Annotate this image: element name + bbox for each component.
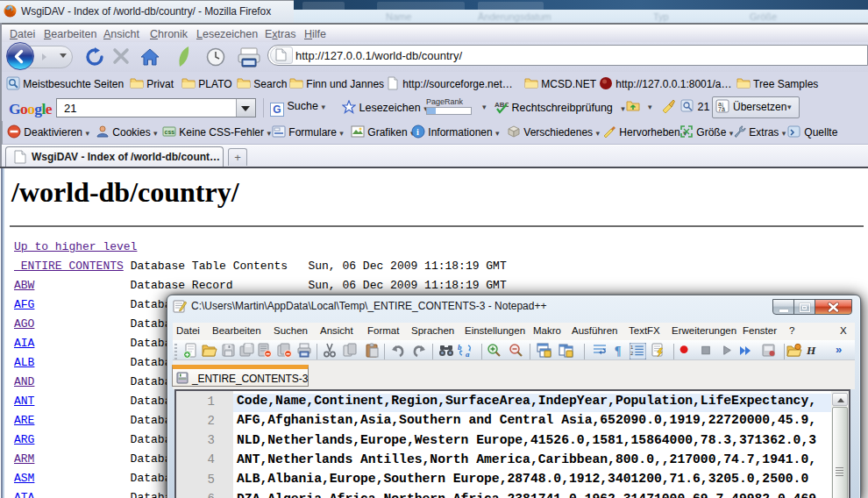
svg-text:i: i xyxy=(416,127,419,137)
svg-text:b: b xyxy=(458,343,462,352)
svg-text:H: H xyxy=(806,344,816,357)
svg-text:2: 2 xyxy=(630,351,633,356)
svg-text:1: 1 xyxy=(630,345,633,350)
svg-text:¶: ¶ xyxy=(615,344,622,358)
svg-text:7ä: 7ä xyxy=(718,106,725,112)
svg-text:css: css xyxy=(165,129,175,135)
svg-text:a: a xyxy=(466,350,470,359)
